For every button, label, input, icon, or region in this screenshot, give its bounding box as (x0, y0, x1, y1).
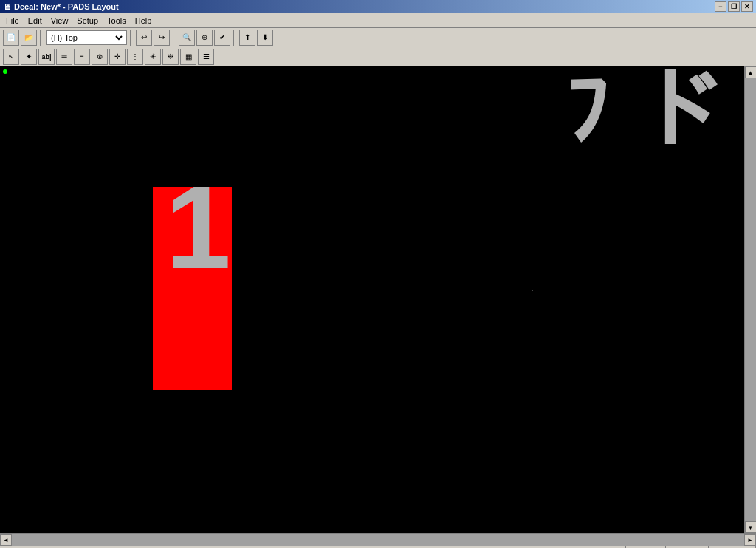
tb-btn-zoom[interactable]: 🔍 (179, 30, 195, 46)
scroll-left-button[interactable]: ◄ (0, 534, 12, 546)
title-text: Decal: New* - PADS Layout (14, 2, 119, 11)
scroll-down-button[interactable]: ▼ (745, 521, 757, 533)
open-button[interactable]: 📂 (21, 30, 37, 46)
tb2-line1[interactable]: ═ (56, 49, 72, 65)
scroll-up-icon: ▲ (748, 69, 754, 76)
tb2-cross[interactable]: ✛ (109, 49, 126, 65)
tb2-point[interactable]: ✦ (21, 49, 37, 65)
sep3 (173, 30, 176, 46)
tb2-select[interactable]: ↖ (3, 49, 19, 65)
tb-btn-select[interactable]: ⊕ (196, 30, 213, 46)
tb2-star[interactable]: ✳ (145, 49, 161, 65)
scroll-right-icon: ► (747, 537, 753, 544)
menu-file[interactable]: File (1, 15, 24, 27)
app-icon: 🖥 (3, 2, 11, 11)
tb2-shape[interactable]: ▦ (180, 49, 196, 65)
title-bar: 🖥 Decal: New* - PADS Layout − ❐ ✕ (0, 0, 756, 13)
tb-btn-export[interactable]: ⬇ (257, 30, 273, 46)
scroll-track-right[interactable] (745, 78, 756, 521)
scroll-left-icon: ◄ (3, 537, 9, 544)
tb2-list[interactable]: ☰ (198, 49, 214, 65)
new-button[interactable]: 📄 (3, 30, 19, 46)
green-dot (3, 69, 7, 74)
sep4 (233, 30, 236, 46)
menu-help[interactable]: Help (131, 15, 157, 27)
menu-setup[interactable]: Setup (72, 15, 103, 27)
sep2 (130, 30, 133, 46)
reference-designator-1: 1 (165, 168, 231, 287)
right-scrollbar: ▲ ▼ (744, 66, 756, 533)
layer-select[interactable]: (H) Top ( H) Bottom Inner 1 (48, 32, 125, 43)
tb2-spark[interactable]: ❉ (162, 49, 179, 65)
minimize-button[interactable]: − (715, 1, 726, 12)
menu-edit[interactable]: Edit (24, 15, 47, 27)
restore-button[interactable]: ❐ (728, 1, 740, 12)
scroll-down-icon: ▼ (748, 524, 754, 531)
tb-btn-check[interactable]: ✔ (214, 30, 230, 46)
close-button[interactable]: ✕ (741, 1, 753, 12)
tb2-line2[interactable]: ≡ (74, 49, 90, 65)
layer-dropdown[interactable]: (H) Top ( H) Bottom Inner 1 (46, 30, 127, 45)
tb2-grid[interactable]: ⋮ (127, 49, 143, 65)
bottom-scroll-area: ◄ ► (0, 533, 756, 545)
tb2-circle[interactable]: ⊗ (92, 49, 108, 65)
title-bar-title: 🖥 Decal: New* - PADS Layout (3, 2, 119, 11)
main-area: 1 ﾌ ド ▲ ▼ (0, 66, 756, 533)
tb-btn-undo[interactable]: ↩ (136, 30, 152, 46)
scroll-up-button[interactable]: ▲ (745, 66, 757, 78)
tb-btn-import[interactable]: ⬆ (239, 30, 255, 46)
toolbar2: ↖ ✦ ab| ═ ≡ ⊗ ✛ ⋮ ✳ ❉ ▦ ☰ (0, 47, 756, 66)
status-bar: Ready W:0.254 G:0.5 0.5 -1.5 -2.5 (0, 545, 756, 548)
sep1 (40, 30, 43, 46)
title-bar-controls: − ❐ ✕ (715, 1, 753, 12)
menu-view[interactable]: View (47, 15, 73, 27)
scroll-right-button[interactable]: ► (744, 534, 756, 546)
new-icon: 📄 (7, 33, 16, 41)
menu-tools[interactable]: Tools (103, 15, 131, 27)
canvas-area[interactable]: 1 ﾌ ド (0, 66, 744, 533)
cursor-dot (532, 290, 533, 291)
tb-btn-redo[interactable]: ↪ (154, 30, 170, 46)
toolbar1: 📄 📂 (H) Top ( H) Bottom Inner 1 ↩ ↪ 🔍 ⊕ … (0, 28, 756, 47)
menu-bar: File Edit View Setup Tools Help (0, 13, 756, 28)
scroll-track-horizontal[interactable] (12, 534, 744, 546)
open-icon: 📂 (24, 33, 33, 41)
tb2-text[interactable]: ab| (38, 49, 55, 65)
top-right-chars: ﾌ ド (565, 66, 722, 155)
